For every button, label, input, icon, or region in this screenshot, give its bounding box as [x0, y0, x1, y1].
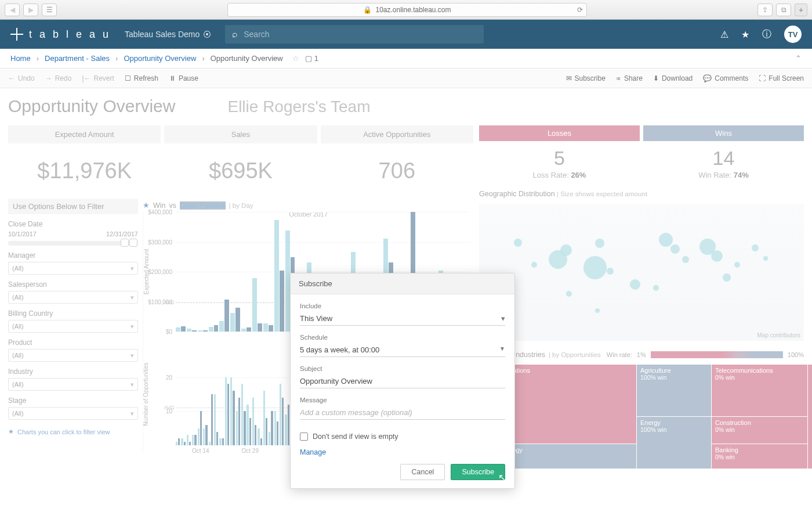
message-input[interactable] — [300, 406, 505, 420]
winrate-gradient — [651, 351, 783, 358]
manage-link[interactable]: Manage — [300, 448, 326, 456]
sidebar-toggle-button[interactable]: ☰ — [42, 3, 57, 16]
pause-button[interactable]: ⏸ Pause — [169, 74, 198, 82]
fullscreen-button[interactable]: ⛶ Full Screen — [759, 74, 804, 82]
tableau-logo-icon — [10, 28, 23, 41]
crumb-workbook[interactable]: Opportunity Overview — [124, 54, 196, 63]
stage-select[interactable]: (All) — [8, 407, 138, 420]
tableau-logo[interactable]: t a b l e a u — [10, 28, 111, 41]
download-button[interactable]: ⬇ Download — [653, 74, 693, 82]
revert-button[interactable]: |← Revert — [82, 74, 114, 82]
kpi-losses: Losses 5 Loss Rate: 26% — [479, 125, 640, 179]
avatar[interactable]: TV — [784, 26, 802, 43]
treemap-cell[interactable] — [808, 365, 812, 469]
treemap-cell[interactable]: Construction0% win — [712, 417, 807, 444]
search-input[interactable] — [244, 30, 477, 39]
kpi-sales: Sales $695K — [164, 125, 317, 194]
checkbox-icon — [300, 433, 308, 441]
include-select[interactable]: This View — [300, 312, 505, 326]
address-bar[interactable]: 🔒 10az.online.tableau.com ⟳ — [227, 3, 587, 17]
share-button-toolbar[interactable]: ∝ Share — [616, 74, 643, 82]
app-header: t a b l e a u Tableau Sales Demo ⦿ ⌕ ⚠ ★… — [0, 20, 812, 49]
share-button[interactable]: ⇪ — [757, 3, 773, 16]
page-subtitle: Ellie Rogers's Team — [227, 98, 370, 116]
kpi-active: Active Opportunities 706 — [321, 125, 473, 194]
industry-treemap[interactable]: Communications0% winAgriculture100% winT… — [479, 365, 804, 467]
search-icon: ⌕ — [232, 29, 238, 39]
filter-panel: Use Options Below to Filter Close Date 1… — [8, 199, 138, 454]
view-count: ▢1 — [305, 54, 318, 63]
collapse-icon[interactable]: ⌃ — [795, 54, 802, 63]
new-tab-button[interactable]: + — [795, 3, 807, 16]
cancel-button[interactable]: Cancel — [400, 464, 445, 480]
site-picker[interactable]: Tableau Sales Demo ⦿ — [125, 30, 211, 39]
view-toolbar: ← Undo → Redo |← Revert ☐ Refresh ⏸ Paus… — [0, 69, 812, 88]
dashboard: Opportunity Overview Ellie Rogers's Team… — [0, 88, 812, 508]
salesperson-select[interactable]: (All) — [8, 291, 138, 304]
subscribe-button[interactable]: ✉ Subscribe — [566, 74, 606, 82]
crumb-current: Opportunity Overview — [211, 54, 283, 63]
subscribe-confirm-button[interactable]: Subscribe ↖ — [451, 464, 505, 480]
info-icon[interactable]: ⓘ — [762, 28, 771, 41]
treemap-cell[interactable]: Telecommunications0% win — [712, 365, 807, 416]
geo-map[interactable]: Map contributors — [479, 204, 804, 341]
schedule-select[interactable]: 5 days a week, at 00:00 — [300, 343, 505, 357]
manager-select[interactable]: (All) — [8, 262, 138, 275]
subscribe-dialog: Subscribe Include This View Schedule 5 d… — [290, 273, 515, 489]
crumb-home[interactable]: Home — [10, 54, 31, 63]
nav-forward-button[interactable]: ▶ — [23, 3, 38, 16]
dont-send-checkbox[interactable]: Don't send if view is empty — [300, 433, 505, 441]
nav-back-button[interactable]: ◀ — [5, 3, 20, 16]
browser-chrome: ◀ ▶ ☰ 🔒 10az.online.tableau.com ⟳ ⇪ ⧉ + — [0, 0, 812, 20]
product-select[interactable]: (All) — [8, 349, 138, 362]
map-title: Geographic Distribution | Size shows exp… — [479, 190, 647, 198]
redo-button[interactable]: → Redo — [45, 74, 72, 82]
favorite-star-icon[interactable]: ☆ — [292, 54, 299, 63]
favorites-icon[interactable]: ★ — [741, 29, 749, 40]
refresh-button[interactable]: ☐ Refresh — [125, 74, 158, 82]
filter-tip: ★ Charts you can click to filter view — [8, 428, 138, 435]
comments-button[interactable]: 💬 Comments — [703, 74, 748, 82]
chevron-down-icon: ⦿ — [203, 30, 211, 39]
treemap-cell[interactable]: Banking0% win — [712, 444, 807, 469]
dialog-title: Subscribe — [291, 273, 514, 294]
industry-select[interactable]: (All) — [8, 378, 138, 391]
treemap-cell[interactable]: Energy100% win — [637, 417, 711, 469]
cursor-icon: ↖ — [498, 472, 506, 483]
reload-icon[interactable]: ⟳ — [577, 6, 583, 14]
breadcrumb: Home› Department - Sales› Opportunity Ov… — [0, 49, 812, 69]
alert-icon[interactable]: ⚠ — [720, 29, 728, 40]
page-title: Opportunity Overview — [8, 96, 175, 116]
crumb-dept[interactable]: Department - Sales — [45, 54, 110, 63]
search-box[interactable]: ⌕ — [225, 25, 484, 44]
kpi-wins: Wins 14 Win Rate: 74% — [643, 125, 804, 179]
url-host: 10az.online.tableau.com — [375, 6, 451, 14]
tabs-button[interactable]: ⧉ — [776, 3, 791, 16]
kpi-expected: Expected Amount $11,976K — [8, 125, 161, 194]
close-date-slider[interactable] — [8, 241, 138, 246]
treemap-cell[interactable]: Agriculture100% win — [637, 365, 711, 416]
lock-icon: 🔒 — [363, 6, 372, 14]
undo-button[interactable]: ← Undo — [8, 74, 35, 82]
subject-input[interactable] — [300, 374, 505, 388]
billing-select[interactable]: (All) — [8, 320, 138, 333]
